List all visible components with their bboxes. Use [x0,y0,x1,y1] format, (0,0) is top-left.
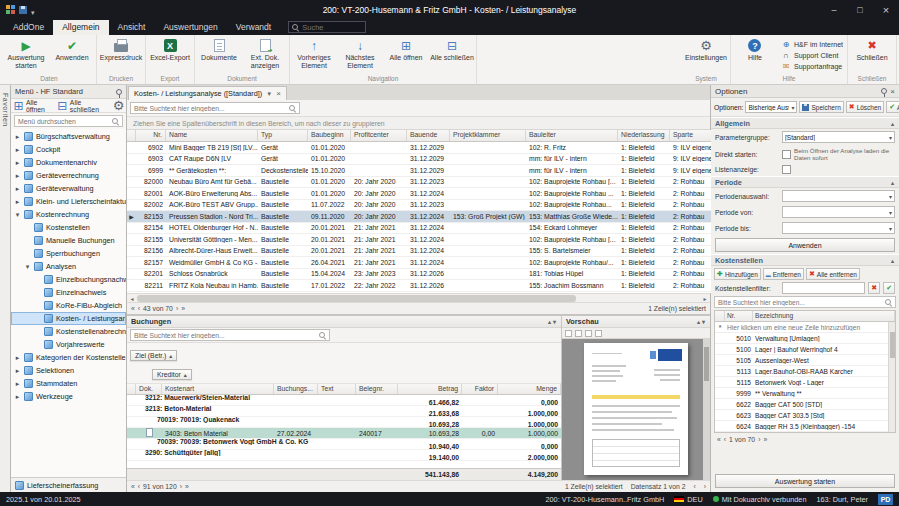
section-kostenstellen[interactable]: Kostenstellen▴ [711,254,899,266]
column-header[interactable]: Name [166,130,258,141]
menu-tree-item[interactable]: Sperrbuchungen [11,247,126,260]
menu-bottom-item[interactable]: Lieferscheinerfassung [11,477,126,492]
menu-tree-item[interactable]: Kostenstellenabrechnung [11,325,126,338]
preview-tool-icon[interactable] [565,330,572,337]
ext-dok-anzeigen-button[interactable]: Ext. Dok. anzeigen [242,36,288,74]
hinzufuegen-button[interactable]: Hinzufügen [714,268,761,280]
column-header[interactable]: Bauleiter [526,130,618,141]
als-standard-button[interactable]: Als Standard [886,101,899,113]
scroll-left-icon[interactable]: ◂ [127,295,137,302]
kostenstelle-row[interactable]: 6622 Bagger CAT 500 [STD] [715,399,895,410]
menu-tree-item[interactable]: Geräteverrechnung [11,169,126,182]
expander-icon[interactable] [14,211,21,219]
column-header[interactable]: Buchungs... [274,384,318,394]
menu-tree-item[interactable]: Einzelnachweis [11,286,126,299]
loeschen-button[interactable]: Löschen [846,101,884,113]
alle-schliessen-button[interactable]: Alle schließen [429,36,475,74]
menu-tree-item[interactable]: Analysen [11,260,126,273]
expander-icon[interactable] [14,185,21,193]
company-info[interactable]: 200: VT-200-Husemann..Fritz GmbH [545,495,664,504]
menu-tree-item[interactable]: Einzelbuchungsnachweis [11,273,126,286]
menu-tree-item[interactable]: Bürgschaftsverwaltung [11,130,126,143]
parametergruppe-select[interactable]: [Standard]▾ [782,131,895,143]
anwenden-button[interactable]: Anwenden [715,238,895,252]
pin-icon[interactable] [116,89,122,95]
table-row[interactable]: 82001 AOK-Büro Erweiterung Abs... Bauste… [127,188,739,200]
table-row[interactable]: 82201 Schloss Osnabrück Baustelle 15.04.… [127,269,739,281]
collapse-up-icon[interactable]: ▴ [890,257,895,264]
table-row[interactable]: 82154 HOTEL Oldenburger Hof - N... Baust… [127,223,739,235]
kostenstelle-row[interactable]: 9999 ** Verwaltung ** [715,388,895,399]
supportanfrage-button[interactable]: Supportanfrage [781,61,843,71]
kostenstelle-row[interactable]: 5113 Lager.Bauhof-OBI-RAAB Karcher [715,366,895,377]
record-prev-button[interactable] [693,483,695,490]
periode-von-field[interactable]: ▾ [782,206,895,218]
speichern-button[interactable]: Speichern [799,101,843,113]
docarchive-status[interactable]: Mit Dokuarchiv verbunden [713,495,807,504]
kostenstellenfilter-field[interactable] [782,282,865,294]
ribbon-tab-verwandt[interactable]: Verwandt [227,20,280,35]
menu-tree-item[interactable]: Kategorien der Kostenstellen [11,351,126,364]
grid-search-input[interactable] [134,105,286,112]
column-header[interactable]: Typ [258,130,308,141]
preview-scrollbar[interactable] [703,339,710,480]
pager-prev-button[interactable] [138,305,140,312]
menu-tree-item[interactable]: Dokumentenarchiv [11,156,126,169]
pager-prev-button[interactable] [138,483,140,490]
expander-icon[interactable] [14,367,21,375]
ribbon-tab-ansicht[interactable]: Ansicht [109,20,155,35]
pager-last-button[interactable] [185,483,189,490]
close-icon[interactable]: × [890,87,895,96]
menu-search-input[interactable] [18,118,109,125]
collapse-down-icon[interactable]: ▾ [701,318,706,325]
scrollbar-thumb[interactable] [137,295,576,302]
maximize-button[interactable] [847,0,873,19]
collapse-up-icon[interactable]: ▴ [890,179,895,186]
expander-icon[interactable] [14,198,21,206]
close-icon[interactable]: × [276,89,281,98]
auswertung-starten-bottom-button[interactable]: Auswertung starten [715,474,895,488]
menu-tree-item[interactable]: Klein- und Lieferscheinfaktura [11,195,126,208]
auswertung-starten-button[interactable]: Auswertung starten [3,36,49,74]
excel-export-button[interactable]: Excel-Export [147,36,193,74]
periode-bis-field[interactable]: ▾ [782,222,895,234]
group-by-bar[interactable]: Ziehen Sie eine Spaltenüberschrift in di… [127,117,710,130]
column-header[interactable]: Niederlassung [618,130,670,141]
ribbon-search-input[interactable] [302,23,362,32]
column-header[interactable]: Projektklammer [450,130,526,141]
vertical-scrollbar[interactable] [888,322,895,432]
menu-tree-item[interactable]: KoRe-FiBu-Abgleich [11,299,126,312]
kostenstelle-row[interactable]: 5100 Lager | Bauhof Werringhof 4 [715,344,895,355]
column-header[interactable]: Menge [498,384,561,394]
column-header[interactable]: Belegnr. [356,384,398,394]
new-row[interactable]: * Hier klicken um eine neue Zeile hinzuz… [715,322,895,333]
group-chip-ziel[interactable]: Ziel (Betr.) [130,350,177,361]
expressdruck-button[interactable]: Expressdruck [98,36,144,74]
buchung-row[interactable]: 3290: Schüttgüter [allg] 19.140,00 2.000… [127,450,561,461]
gear-icon[interactable] [114,101,123,110]
naechstes-element-button[interactable]: Nächstes Element [337,36,383,74]
table-row[interactable]: 6903 CAT Raupe D6N [LV Gerät 01.01.2020 … [127,154,739,166]
column-header[interactable]: Baubeginn [308,130,351,141]
table-row[interactable]: 82000 Neubau Büro Amt für Gebä... Bauste… [127,177,739,189]
buchungen-search-input[interactable] [134,332,316,339]
ribbon-tab-addone[interactable]: AddOne [4,20,53,35]
buchung-row[interactable]: 70019: 70019: Quakenack 10.693,28 1.000,… [127,417,561,428]
pager-first-button[interactable] [131,483,135,490]
ribbon-tab-allgemein[interactable]: Allgemein [53,20,108,35]
close-button[interactable] [873,0,899,19]
anwenden-button[interactable]: Anwenden [49,36,95,74]
table-row[interactable]: 82153 Preussen Stadion - Nord Tri... Bau… [127,211,739,223]
column-header[interactable]: Bezeichnung [753,311,895,321]
save-icon[interactable] [19,6,27,14]
menu-alle-oeffnen-button[interactable]: Alle öffnen [26,99,55,113]
collapse-up-icon[interactable]: ▴ [890,120,895,127]
table-row[interactable]: 82002 AOK-Büro TEST ABV Grupp... Baustel… [127,200,739,212]
table-row[interactable]: 82157 Weidmüller GmbH & Co KG -... Baust… [127,257,739,269]
alle-entfernen-button[interactable]: Alle entfernen [806,268,860,280]
hf-im-internet-button[interactable]: H&F im Internet [781,39,843,49]
column-header[interactable]: Bauende [407,130,450,141]
expander-icon[interactable] [24,263,31,271]
menu-tree-item[interactable]: Werkzeuge [11,390,126,403]
column-header[interactable]: Dok. [136,384,162,394]
